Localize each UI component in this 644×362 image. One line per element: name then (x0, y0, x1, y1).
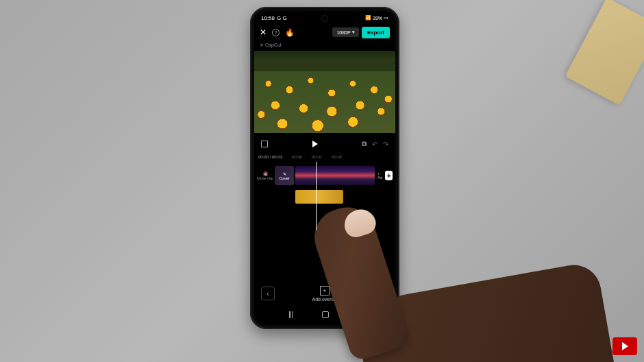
timeline[interactable]: 🔇 Mute clip ✎ Cover + Ad + (254, 162, 395, 230)
resolution-label: 1080P (336, 30, 350, 35)
add-overlay-icon: + (320, 286, 330, 295)
resolution-selector[interactable]: 1080P ▾ (332, 27, 358, 37)
ruler-tick: 00:02 (332, 155, 342, 159)
help-icon[interactable]: ? (272, 29, 280, 36)
add-overlay-label: Add overlay (312, 297, 338, 302)
bottom-toolbar: ‹ + Add overlay (254, 280, 395, 307)
ruler-tick: 00:00 (292, 155, 302, 159)
playhead[interactable] (316, 162, 317, 230)
status-signal-icon: 📶 (365, 15, 371, 21)
nav-back-icon[interactable]: ‹ (358, 311, 360, 319)
cover-button[interactable]: ✎ Cover (275, 166, 294, 185)
nav-home-icon[interactable] (322, 311, 329, 318)
phone-frame: 10:58 G G 📶 28% ▭ ✕ ? 🔥 1080P ▾ Export (250, 7, 399, 329)
mute-clip-button[interactable]: 🔇 Mute clip (257, 171, 273, 180)
total-time: 00:03 (272, 155, 282, 159)
cover-label: Cover (279, 176, 290, 180)
pip-icon[interactable]: ⧉ (362, 140, 367, 148)
phone-screen: 10:58 G G 📶 28% ▭ ✕ ? 🔥 1080P ▾ Export (254, 11, 395, 325)
plus-icon: + (385, 171, 393, 180)
status-battery-pct: 28% (373, 16, 382, 21)
overlay-clip[interactable] (295, 190, 343, 204)
android-nav-bar: ‹ (254, 307, 395, 322)
play-icon[interactable] (312, 141, 318, 147)
add-overlay-button[interactable]: + Add overlay (275, 286, 375, 302)
play-icon (622, 342, 628, 350)
camera-notch (321, 15, 328, 22)
pencil-icon: ✎ (283, 171, 286, 176)
close-icon[interactable]: ✕ (260, 27, 267, 37)
fullscreen-icon[interactable] (261, 141, 268, 147)
mute-label: Mute clip (257, 176, 273, 180)
chevron-down-icon: ▾ (352, 29, 355, 35)
battery-icon: ▭ (384, 15, 388, 21)
undo-icon[interactable]: ↶ (372, 141, 377, 148)
status-time: 10:58 (261, 15, 275, 21)
status-network-icon: G G (277, 15, 287, 21)
speaker-muted-icon: 🔇 (257, 171, 273, 176)
export-button[interactable]: Export (362, 27, 390, 38)
preview-content (254, 71, 395, 133)
timeline-ruler: 00:00 / 00:03 00:00 00:01 00:02 (254, 152, 395, 162)
add-clip-button[interactable]: + Ad + (377, 171, 393, 180)
current-time: 00:00 (258, 155, 269, 159)
app-top-bar: ✕ ? 🔥 1080P ▾ Export (254, 23, 395, 41)
youtube-watermark (612, 337, 637, 355)
background-prop (565, 0, 644, 106)
add-clip-label: + Ad (377, 171, 384, 180)
nav-recents-icon[interactable] (289, 311, 293, 318)
flame-icon[interactable]: 🔥 (285, 28, 295, 37)
video-preview[interactable] (254, 51, 395, 133)
redo-icon[interactable]: ↷ (383, 141, 388, 148)
main-clip[interactable] (295, 166, 375, 185)
player-controls: ⧉ ↶ ↷ (254, 133, 395, 152)
ruler-tick: 00:01 (312, 155, 322, 159)
back-button[interactable]: ‹ (261, 287, 275, 300)
app-logo: ✕ CapCut (254, 41, 395, 51)
